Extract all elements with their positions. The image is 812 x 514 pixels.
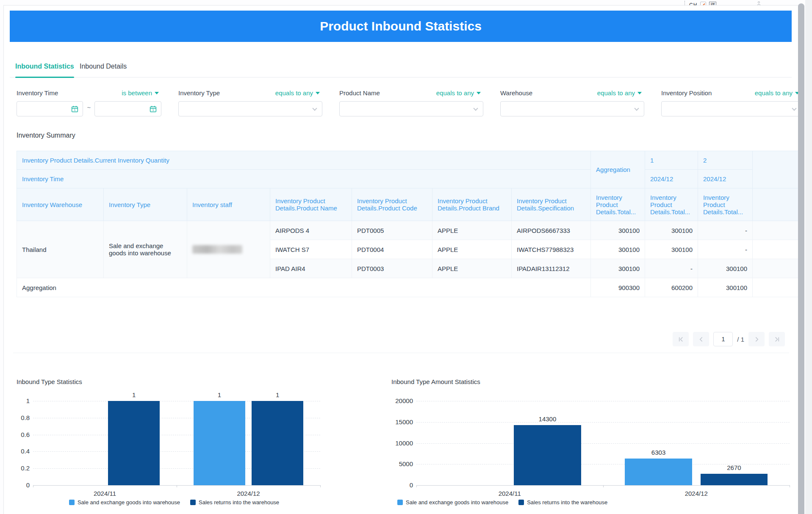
last-page-button[interactable] bbox=[769, 332, 785, 346]
column-header[interactable]: Inventory Product Details.Product Code bbox=[352, 188, 432, 221]
chevron-right-icon bbox=[754, 337, 759, 342]
x-axis-tick-mark bbox=[790, 485, 790, 487]
column-header[interactable]: Inventory staff bbox=[187, 188, 270, 221]
first-page-button[interactable] bbox=[673, 332, 689, 346]
column-header[interactable]: Inventory Product Details.Product Name bbox=[270, 188, 352, 221]
cell-staff-redacted bbox=[187, 221, 270, 278]
header-aggregation-link[interactable]: Aggregation bbox=[591, 151, 645, 188]
legend-item[interactable]: Sale and exchange goods into warehouse bbox=[397, 499, 508, 506]
bar-2024/12-series-1[interactable] bbox=[194, 401, 245, 485]
legend-swatch bbox=[518, 500, 524, 505]
cell-total-period1: 300100 bbox=[645, 240, 698, 259]
header-time-dim-link[interactable]: Inventory Time bbox=[17, 170, 591, 188]
bar-value-label: 14300 bbox=[526, 415, 568, 423]
chevron-down-icon bbox=[634, 106, 639, 111]
end-date-input[interactable]: 1 bbox=[94, 101, 161, 116]
y-axis-tick-label: 0 bbox=[6, 481, 30, 489]
caret-down-icon bbox=[155, 92, 159, 94]
column-header[interactable]: Inventory Product Details.Specification bbox=[512, 188, 591, 221]
filter-label: Inventory Position bbox=[661, 89, 712, 97]
chart-legend: Sale and exchange goods into warehouseSa… bbox=[13, 499, 335, 506]
filter-operator-dropdown[interactable]: equals to any bbox=[597, 89, 642, 97]
cell-product-code: PDT0004 bbox=[352, 240, 432, 259]
bar-2024/12-series-1[interactable] bbox=[625, 459, 692, 485]
x-axis-category-label: 2024/11 bbox=[80, 490, 130, 497]
calendar-icon[interactable]: 1 bbox=[149, 105, 157, 113]
header-colgroup-period[interactable]: 2024/12 bbox=[698, 170, 753, 188]
page-number-input[interactable]: 1 bbox=[713, 332, 733, 346]
bar-2024/11-series-2[interactable] bbox=[514, 425, 581, 485]
filter-product-name: Product Name equals to any bbox=[339, 88, 483, 122]
bar-2024/12-series-2[interactable] bbox=[252, 401, 303, 485]
first-page-icon bbox=[678, 337, 684, 342]
date-range-separator: ~ bbox=[84, 104, 94, 111]
x-axis-category-label: 2024/11 bbox=[484, 490, 535, 497]
cell-empty bbox=[753, 240, 801, 259]
cell-total-period1: - bbox=[645, 259, 698, 278]
tab-inbound-statistics[interactable]: Inbound Statistics bbox=[15, 57, 74, 77]
caret-down-icon bbox=[316, 92, 320, 94]
header-colgroup-period[interactable]: 2024/12 bbox=[645, 170, 698, 188]
header-measure-link[interactable]: Inventory Product Details.Current Invent… bbox=[17, 151, 591, 170]
column-header[interactable]: Inventory Type bbox=[104, 188, 187, 221]
inbound-type-statistics-chart: Inbound Type Statistics 10.80.60.40.2020… bbox=[13, 372, 335, 514]
cell-aggregation-total: 900300 bbox=[591, 278, 645, 297]
page-header-banner: Product Inbound Statistics bbox=[10, 11, 792, 42]
inventory-type-select[interactable] bbox=[178, 101, 322, 116]
browser-scrollbar-track[interactable] bbox=[805, 0, 812, 514]
content-scrollbar-thumb[interactable] bbox=[798, 3, 804, 514]
legend-swatch bbox=[397, 500, 403, 505]
cell-product-code: PDT0003 bbox=[352, 259, 432, 278]
next-page-button[interactable] bbox=[748, 332, 765, 346]
cell-specification: IWATCHS77988323 bbox=[512, 240, 591, 259]
cell-empty bbox=[753, 259, 801, 278]
filter-operator-dropdown[interactable]: equals to any bbox=[275, 89, 320, 97]
header-colgroup-index[interactable]: 1 bbox=[645, 151, 698, 170]
gridline bbox=[416, 422, 790, 423]
pagination: 1 / 1 bbox=[673, 332, 785, 346]
chevron-down-icon bbox=[792, 106, 796, 111]
legend-item[interactable]: Sale and exchange goods into warehouse bbox=[69, 499, 180, 506]
legend-item[interactable]: Sales returns into the warehouse bbox=[190, 499, 279, 506]
bar-2024/12-series-2[interactable] bbox=[701, 474, 768, 485]
start-date-input[interactable]: 1 bbox=[17, 101, 83, 116]
cell-aggregation-period1: 600200 bbox=[645, 278, 698, 297]
inventory-position-select[interactable] bbox=[661, 101, 802, 116]
x-axis-tick-mark bbox=[320, 485, 321, 487]
bar-value-label: 2670 bbox=[713, 464, 755, 471]
chart-title: Inbound Type Statistics bbox=[17, 378, 82, 385]
legend-item[interactable]: Sales returns into the warehouse bbox=[518, 499, 607, 506]
cell-product-name: IPAD AIR4 bbox=[270, 259, 352, 278]
caret-down-icon bbox=[637, 92, 642, 94]
warehouse-select[interactable] bbox=[500, 101, 644, 116]
calendar-icon[interactable]: 1 bbox=[71, 105, 79, 113]
cell-product-name: AIRPODS 4 bbox=[270, 221, 352, 240]
x-axis-category-label: 2024/12 bbox=[671, 490, 722, 497]
legend-label: Sales returns into the warehouse bbox=[199, 499, 279, 506]
filter-operator-dropdown[interactable]: equals to any bbox=[755, 89, 799, 97]
y-axis-tick-label: 0.8 bbox=[6, 414, 30, 421]
svg-text:1: 1 bbox=[152, 108, 154, 112]
column-header-empty bbox=[753, 188, 801, 221]
column-header[interactable]: Inventory Product Details.Total... bbox=[645, 188, 698, 221]
cell-product-code: PDT0005 bbox=[352, 221, 432, 240]
tab-inbound-details[interactable]: Inbound Details bbox=[80, 57, 127, 77]
gridline bbox=[416, 401, 790, 401]
chart-plot-area: 200001500010000500002024/112024/12630314… bbox=[416, 401, 790, 485]
column-header[interactable]: Inventory Product Details.Product Brand bbox=[432, 188, 512, 221]
filter-operator-dropdown[interactable]: is between bbox=[122, 89, 159, 97]
header-colgroup-index[interactable]: 2 bbox=[698, 151, 753, 170]
product-name-select[interactable] bbox=[339, 101, 483, 116]
cell-product-brand: APPLE bbox=[432, 259, 512, 278]
column-header[interactable]: Inventory Product Details.Total... bbox=[698, 188, 753, 221]
header-empty-cell bbox=[753, 151, 801, 188]
prev-page-button[interactable] bbox=[693, 332, 709, 346]
bar-2024/11-series-2[interactable] bbox=[108, 401, 160, 485]
bar-value-label: 6303 bbox=[637, 449, 680, 456]
column-header[interactable]: Inventory Warehouse bbox=[17, 188, 104, 221]
cell-product-brand: APPLE bbox=[432, 240, 512, 259]
chevron-down-icon bbox=[312, 106, 317, 111]
filter-operator-dropdown[interactable]: equals to any bbox=[436, 89, 481, 97]
legend-label: Sale and exchange goods into warehouse bbox=[78, 499, 180, 506]
column-header[interactable]: Inventory Product Details.Total... bbox=[591, 188, 645, 221]
